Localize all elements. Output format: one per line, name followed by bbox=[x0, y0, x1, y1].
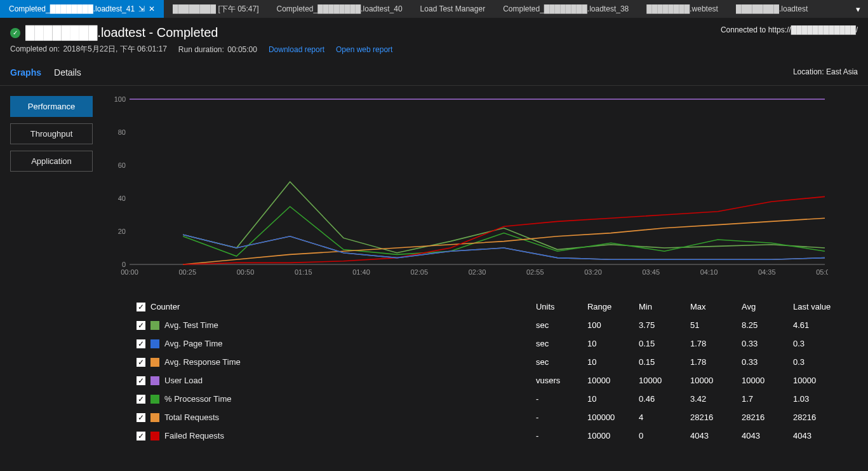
checkbox[interactable]: ✓ bbox=[137, 395, 145, 404]
download-report-link[interactable]: Download report bbox=[269, 45, 324, 54]
checkbox[interactable]: ✓ bbox=[137, 432, 145, 440]
cell-avg: 0.33 bbox=[742, 357, 793, 367]
checkbox[interactable]: ✓ bbox=[137, 358, 145, 367]
completed-on-value: 2018年5月22日, 下午 06:01:17 bbox=[63, 44, 166, 53]
sidebtn-performance[interactable]: Performance bbox=[10, 96, 93, 117]
cell-avg: 8.25 bbox=[742, 320, 793, 330]
cell-max: 10000 bbox=[690, 376, 742, 385]
cell-max: 1.78 bbox=[690, 339, 742, 348]
series-swatch bbox=[150, 358, 159, 367]
cell-last: 0.3 bbox=[793, 357, 845, 367]
tabs-overflow-dropdown[interactable]: ▾ bbox=[852, 0, 864, 18]
cell-last: 0.3 bbox=[793, 339, 845, 348]
sidebtn-application[interactable]: Application bbox=[10, 151, 93, 172]
table-row: ✓ % Processor Time - 10 0.46 3.42 1.7 1.… bbox=[137, 390, 845, 408]
svg-text:02:30: 02:30 bbox=[469, 268, 486, 276]
col-counter-header: Counter bbox=[150, 302, 180, 311]
checkbox[interactable]: ✓ bbox=[137, 376, 145, 385]
cell-min: 3.75 bbox=[639, 320, 690, 330]
cell-units: sec bbox=[536, 339, 587, 348]
cell-units: sec bbox=[536, 320, 587, 330]
table-header-row: ✓ Counter Units Range Min Max Avg Last v… bbox=[137, 297, 845, 316]
svg-text:03:20: 03:20 bbox=[584, 268, 602, 276]
svg-text:04:10: 04:10 bbox=[700, 268, 718, 276]
cell-last: 4043 bbox=[793, 431, 845, 440]
cell-range: 10000 bbox=[587, 376, 639, 385]
run-duration-label: Run duration: bbox=[178, 45, 224, 54]
series-swatch bbox=[150, 321, 159, 330]
svg-text:00:50: 00:50 bbox=[237, 268, 255, 276]
counters-table: ✓ Counter Units Range Min Max Avg Last v… bbox=[0, 292, 868, 455]
cell-max: 28216 bbox=[690, 413, 742, 422]
cell-max: 4043 bbox=[690, 431, 742, 440]
tab-loadtest[interactable]: ████████.loadtest bbox=[727, 0, 817, 18]
page-title: ████████.loadtest - Completed bbox=[25, 25, 218, 40]
cell-last: 1.03 bbox=[793, 394, 845, 404]
series-swatch bbox=[150, 395, 159, 404]
tab-webtest[interactable]: ████████.webtest bbox=[638, 0, 727, 18]
main: Performance Throughput Application 02040… bbox=[0, 86, 868, 292]
tab-label: ████████.loadtest bbox=[736, 4, 808, 13]
table-row: ✓ Total Requests - 100000 4 28216 28216 … bbox=[137, 408, 845, 427]
cell-range: 10000 bbox=[587, 431, 639, 440]
cell-last: 4.61 bbox=[793, 320, 845, 330]
cell-min: 4 bbox=[639, 413, 690, 422]
cell-max: 51 bbox=[690, 320, 742, 330]
cell-range: 10 bbox=[587, 394, 639, 404]
open-web-report-link[interactable]: Open web report bbox=[336, 45, 392, 54]
tab-1[interactable]: ████████ [下午 05:47] bbox=[164, 0, 267, 18]
sidebtn-throughput[interactable]: Throughput bbox=[10, 123, 93, 144]
side-graph-selector: Performance Throughput Application bbox=[10, 96, 93, 282]
tab-loadtest-40[interactable]: Completed_████████.loadtest_40 bbox=[268, 0, 411, 18]
checkbox-all[interactable]: ✓ bbox=[137, 303, 145, 311]
checkbox[interactable]: ✓ bbox=[137, 321, 145, 330]
cell-max: 3.42 bbox=[690, 394, 742, 404]
counter-name: Avg. Test Time bbox=[164, 320, 218, 330]
checkbox[interactable]: ✓ bbox=[137, 413, 145, 422]
document-tabs: Completed_████████.loadtest_41 ⇲ ✕ █████… bbox=[0, 0, 868, 18]
pin-icon[interactable]: ⇲ bbox=[138, 4, 145, 13]
tab-label: ████████ [下午 05:47] bbox=[173, 4, 258, 15]
cell-range: 100000 bbox=[587, 413, 639, 422]
location-label: Location: bbox=[793, 67, 824, 76]
series-swatch bbox=[150, 339, 159, 348]
tab-load-test-manager[interactable]: Load Test Manager bbox=[411, 0, 495, 18]
series-swatch bbox=[150, 376, 159, 385]
table-row: ✓ User Load vusers 10000 10000 10000 100… bbox=[137, 371, 845, 390]
checkbox[interactable]: ✓ bbox=[137, 339, 145, 348]
performance-chart: 02040608010000:0000:2500:5001:1501:4002:… bbox=[110, 96, 828, 280]
table-row: ✓ Avg. Test Time sec 100 3.75 51 8.25 4.… bbox=[137, 316, 845, 334]
svg-text:40: 40 bbox=[118, 195, 126, 202]
cell-avg: 28216 bbox=[742, 413, 793, 422]
svg-text:05:00: 05:00 bbox=[816, 268, 828, 276]
cell-units: sec bbox=[536, 357, 587, 367]
col-units-header: Units bbox=[536, 302, 587, 311]
cell-avg: 1.7 bbox=[742, 394, 793, 404]
subtab-graphs[interactable]: Graphs bbox=[10, 67, 41, 78]
counter-name: Failed Requests bbox=[164, 431, 224, 440]
svg-text:20: 20 bbox=[118, 228, 126, 235]
counter-name: % Processor Time bbox=[164, 394, 231, 404]
cell-units: - bbox=[536, 394, 587, 404]
col-max-header: Max bbox=[690, 302, 742, 311]
cell-range: 10 bbox=[587, 339, 639, 348]
cell-avg: 10000 bbox=[742, 376, 793, 385]
tab-label: Completed_████████.loadtest_38 bbox=[503, 4, 629, 13]
cell-min: 10000 bbox=[639, 376, 690, 385]
close-icon[interactable]: ✕ bbox=[149, 4, 155, 13]
svg-text:01:40: 01:40 bbox=[352, 268, 370, 276]
cell-max: 1.78 bbox=[690, 357, 742, 367]
subtab-details[interactable]: Details bbox=[54, 67, 81, 78]
tab-label: Completed_████████.loadtest_40 bbox=[277, 4, 403, 13]
connected-status: Connected to https://████████████/ bbox=[721, 25, 858, 34]
tab-loadtest-41[interactable]: Completed_████████.loadtest_41 ⇲ ✕ bbox=[0, 0, 164, 18]
tab-label: Load Test Manager bbox=[420, 4, 486, 13]
cell-range: 10 bbox=[587, 357, 639, 367]
cell-units: - bbox=[536, 431, 587, 440]
table-row: ✓ Failed Requests - 10000 0 4043 4043 40… bbox=[137, 427, 845, 445]
cell-last: 10000 bbox=[793, 376, 845, 385]
table-row: ✓ Avg. Page Time sec 10 0.15 1.78 0.33 0… bbox=[137, 334, 845, 353]
cell-units: vusers bbox=[536, 376, 587, 385]
tab-loadtest-38[interactable]: Completed_████████.loadtest_38 bbox=[494, 0, 638, 18]
cell-last: 28216 bbox=[793, 413, 845, 422]
